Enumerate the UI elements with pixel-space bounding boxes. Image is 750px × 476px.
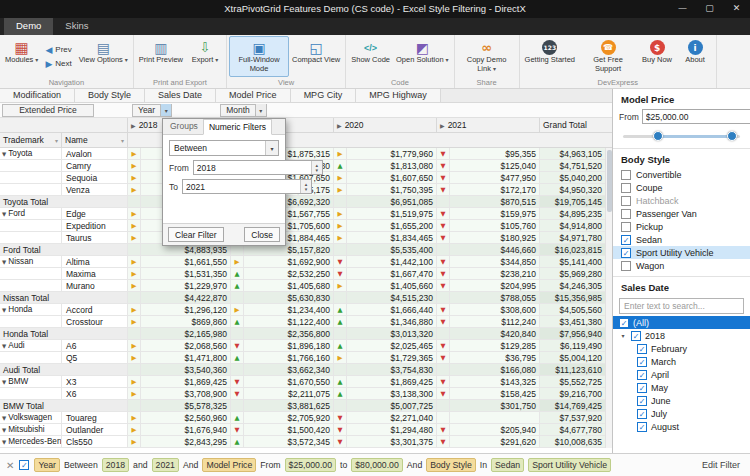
value-cell[interactable]: $172,170 — [450, 184, 540, 195]
checkbox[interactable] — [621, 183, 631, 193]
ribbon-button-print-preview[interactable]: ▥Print Preview — [136, 36, 186, 77]
value-cell[interactable]: $1,519,975 — [347, 208, 437, 219]
filter-to-input[interactable] — [183, 180, 300, 193]
grand-total-cell[interactable]: $4,914,800 — [540, 220, 612, 231]
row-group-cell[interactable]: ▼Mitsubishi — [0, 424, 62, 435]
row-total-label[interactable]: Ford Total — [0, 244, 128, 255]
value-cell[interactable]: $1,405,680 — [244, 280, 334, 291]
row-name-cell[interactable]: Outlander — [62, 424, 128, 435]
collapse-icon[interactable]: ▼ — [2, 427, 6, 433]
remove-filter-button[interactable]: ✕ — [6, 460, 14, 471]
sales-date-node-july[interactable]: ✓July — [613, 407, 750, 420]
value-cell[interactable]: $3,881,625 — [244, 400, 334, 411]
collapse-icon[interactable]: ▼ — [2, 307, 6, 313]
slider-thumb-low[interactable] — [653, 131, 663, 141]
value-cell[interactable]: $105,760 — [450, 220, 540, 231]
value-cell[interactable]: $1,655,200 — [347, 220, 437, 231]
value-cell[interactable]: $477,950 — [450, 172, 540, 183]
grand-total-cell[interactable]: $4,895,235 — [540, 208, 612, 219]
value-cell[interactable]: $301,750 — [450, 400, 540, 411]
value-cell[interactable]: $143,325 — [450, 376, 540, 387]
row-name-cell[interactable]: X6 — [62, 388, 128, 399]
value-cell[interactable]: $2,165,980 — [141, 328, 231, 339]
checkbox[interactable]: ✓ — [631, 331, 641, 341]
value-cell[interactable]: $1,296,120 — [141, 304, 231, 315]
row-group-cell[interactable]: ▼Nissan — [0, 256, 62, 267]
grand-total-cell[interactable]: $4,505,560 — [540, 304, 612, 315]
filter-field-sales-date[interactable]: Sales Date — [145, 89, 216, 102]
ribbon-button-buy-now[interactable]: $Buy Now — [638, 36, 676, 77]
value-cell[interactable]: $1,692,900 — [244, 256, 334, 267]
filter-token-sport-utility-vehicle[interactable]: Sport Utility Vehicle — [528, 458, 611, 472]
value-cell[interactable]: $1,234,400 — [244, 304, 334, 315]
grand-total-cell[interactable]: $3,451,380 — [540, 316, 612, 327]
grand-total-cell[interactable]: $4,971,780 — [540, 232, 612, 243]
sales-date-node-august[interactable]: ✓August — [613, 420, 750, 433]
value-cell[interactable]: $5,535,400 — [347, 244, 437, 255]
checkbox[interactable]: ✓ — [637, 357, 647, 367]
row-group-cell[interactable]: ▼Volkswagen — [0, 412, 62, 423]
ribbon-button-view-options[interactable]: ▤View Options▾ — [76, 36, 131, 77]
filter-token-80-000-00[interactable]: $80,000.00 — [351, 458, 402, 472]
row-name-cell[interactable]: Expedition — [62, 220, 128, 231]
popup-tab-numeric-filters[interactable]: Numeric Filters — [203, 119, 272, 135]
filter-token-year[interactable]: Year — [34, 458, 60, 472]
value-cell[interactable]: $2,068,560 — [141, 340, 231, 351]
value-cell[interactable]: $1,471,800 — [141, 352, 231, 363]
row-group-cell[interactable] — [0, 160, 62, 171]
value-cell[interactable]: $870,515 — [450, 196, 540, 207]
value-cell[interactable]: $1,346,880 — [347, 316, 437, 327]
grand-total-cell[interactable]: $6,119,490 — [540, 340, 612, 351]
ribbon-button-next[interactable]: ▶Next — [41, 58, 75, 70]
grand-total-cell[interactable]: $4,677,780 — [540, 424, 612, 435]
row-group-cell[interactable] — [0, 184, 62, 195]
row-name-cell[interactable]: Crosstour — [62, 316, 128, 327]
value-cell[interactable]: $1,661,550 — [141, 256, 231, 267]
grand-total-cell[interactable]: $11,123,610 — [540, 364, 612, 375]
trademark-filter-icon[interactable]: ▾ — [55, 137, 58, 144]
price-from-input[interactable] — [643, 110, 750, 123]
sales-date-search-input[interactable] — [619, 298, 744, 314]
value-cell[interactable]: $112,240 — [450, 316, 540, 327]
body-style-option-pickup[interactable]: Pickup — [613, 220, 750, 233]
expand-icon[interactable]: ▶ — [131, 122, 136, 129]
ribbon-button-modules[interactable]: ▦Modules▾ — [2, 36, 41, 77]
ribbon-button-get-free-support[interactable]: ☎Get Free Support — [578, 36, 638, 77]
data-field-header[interactable]: Extended Price — [2, 104, 94, 117]
row-name-cell[interactable]: Edge — [62, 208, 128, 219]
grand-total-cell[interactable]: $5,141,400 — [540, 256, 612, 267]
checkbox[interactable]: ✓ — [637, 370, 647, 380]
value-cell[interactable]: $5,007,725 — [347, 400, 437, 411]
checkbox[interactable]: ✓ — [637, 409, 647, 419]
row-group-cell[interactable] — [0, 316, 62, 327]
value-cell[interactable]: $869,860 — [141, 316, 231, 327]
checkbox[interactable]: ✓ — [637, 344, 647, 354]
row-name-cell[interactable]: Q5 — [62, 352, 128, 363]
row-total-label[interactable]: Nissan Total — [0, 292, 128, 303]
body-style-option-sport-utility-vehicle[interactable]: ✓Sport Utility Vehicle — [613, 246, 750, 259]
grand-total-cell[interactable]: $5,969,280 — [540, 268, 612, 279]
year-filter-dropdown-icon[interactable]: ▾ — [160, 104, 171, 116]
row-group-cell[interactable] — [0, 220, 62, 231]
grid-vertical-scrollbar[interactable] — [605, 148, 612, 448]
row-group-cell[interactable] — [0, 232, 62, 243]
expand-icon[interactable]: ▶ — [440, 122, 445, 129]
row-name-cell[interactable]: Touareg — [62, 412, 128, 423]
value-cell[interactable]: $3,662,340 — [244, 364, 334, 375]
value-cell[interactable]: $180,925 — [450, 232, 540, 243]
row-name-cell[interactable]: Cls550 — [62, 436, 128, 447]
value-cell[interactable]: $1,500,420 — [244, 424, 334, 435]
value-cell[interactable]: $1,670,550 — [244, 376, 334, 387]
body-style-option-passenger-van[interactable]: Passenger Van — [613, 207, 750, 220]
value-cell[interactable]: $125,040 — [450, 160, 540, 171]
filter-token-2018[interactable]: 2018 — [102, 458, 129, 472]
value-cell[interactable]: $344,850 — [450, 256, 540, 267]
ribbon-button-copy-demo-link[interactable]: ∞Copy Demo Link▾ — [457, 36, 517, 77]
row-name-cell[interactable]: Murano — [62, 280, 128, 291]
value-cell[interactable]: $166,080 — [450, 364, 540, 375]
value-cell[interactable]: $3,301,375 — [347, 436, 437, 447]
value-cell[interactable]: $1,813,080 — [347, 160, 437, 171]
sales-date-node-2018[interactable]: ▾✓2018 — [613, 329, 750, 342]
value-cell[interactable]: $2,532,250 — [244, 268, 334, 279]
row-group-cell[interactable]: ▼Honda — [0, 304, 62, 315]
